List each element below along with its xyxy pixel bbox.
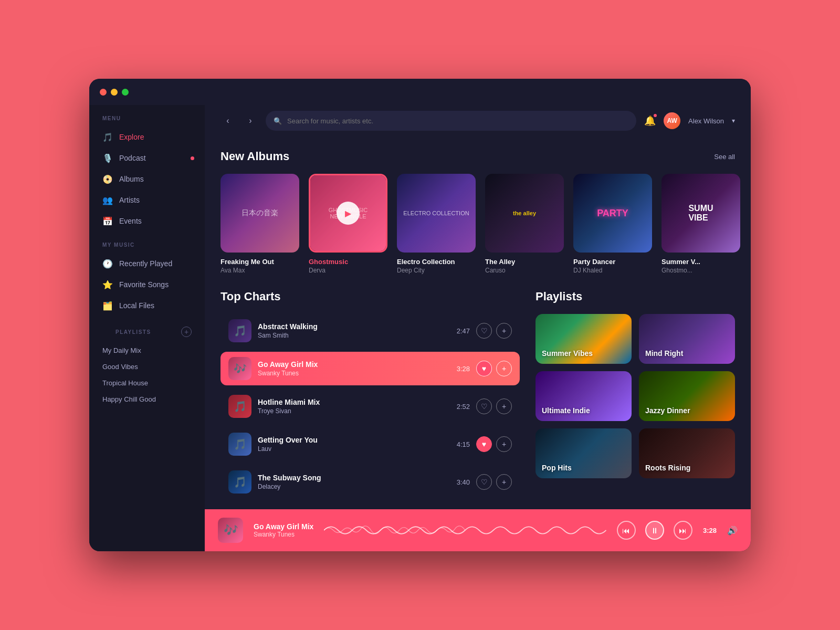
sidebar-label-events: Events (119, 217, 142, 225)
chart-info-hotline: Hotline Miami Mix Troye Sivan (258, 398, 450, 415)
playlist-label-ultimate-indie: Ultimate Indie (542, 406, 590, 415)
add-playlist-button[interactable]: + (181, 327, 192, 337)
album-name-alley: The Alley (485, 258, 564, 266)
player-song-title: Go Away Girl Mix (254, 522, 313, 531)
playlist-item-my-daily-mix[interactable]: My Daily Mix (89, 342, 205, 359)
like-button-subway[interactable]: ♡ (476, 474, 492, 490)
sidebar-item-favorite-songs[interactable]: ⭐ Favorite Songs (89, 274, 205, 295)
title-bar (89, 79, 751, 105)
previous-button[interactable]: ⏮ (617, 521, 636, 540)
playlist-card-pop-hits[interactable]: Pop Hits (536, 428, 632, 478)
chart-item-abstract-walking[interactable]: 🎵 Abstract Walking Sam Smith 2:47 ♡ + (220, 314, 520, 348)
playlist-card-roots-rising[interactable]: Roots Rising (639, 428, 735, 478)
chart-actions-getting: ♥ + (476, 436, 512, 452)
like-button-abstract[interactable]: ♡ (476, 323, 492, 339)
chart-item-getting-over-you[interactable]: 🎵 Getting Over You Lauv 4:15 ♥ + (220, 427, 520, 461)
album-artist-electro: Deep City (397, 267, 476, 274)
scroll-area: New Albums See all 日本の音楽 Freaking Me Out… (205, 136, 751, 509)
playlist-card-mind-right[interactable]: Mind Right (639, 314, 735, 364)
like-button-getting[interactable]: ♥ (476, 436, 492, 452)
playlist-card-summer-vibes[interactable]: Summer Vibes (536, 314, 632, 364)
sidebar-item-local-files[interactable]: 🗂️ Local Files (89, 295, 205, 316)
player-thumbnail: 🎶 (218, 518, 243, 543)
album-artist-summer: Ghostmo... (662, 267, 740, 274)
close-button[interactable] (100, 89, 107, 96)
album-card-summer[interactable]: SUMUVIBE Summer V... Ghostmo... (662, 174, 740, 274)
playlist-item-happy-chill-good[interactable]: Happy Chill Good (89, 391, 205, 407)
chart-thumb-abstract: 🎵 (228, 319, 251, 342)
maximize-button[interactable] (122, 89, 129, 96)
add-button-getting[interactable]: + (496, 436, 512, 452)
chart-info-abstract: Abstract Walking Sam Smith (258, 322, 450, 339)
sidebar-item-podcast[interactable]: 🎙️ Podcast (89, 148, 205, 169)
chart-name-abstract: Abstract Walking (258, 322, 450, 331)
playlist-label-roots-rising: Roots Rising (645, 464, 690, 472)
playlists-section: Playlists Summer Vibes Mind Right (536, 290, 735, 499)
chart-actions-abstract: ♡ + (476, 323, 512, 339)
album-art-alley: the alley (485, 174, 564, 253)
chart-artist-hotline: Troye Sivan (258, 407, 450, 415)
volume-icon[interactable]: 🔊 (727, 526, 738, 536)
sidebar-item-events[interactable]: 📅 Events (89, 211, 205, 232)
playlist-label-pop-hits: Pop Hits (542, 464, 572, 472)
search-bar: 🔍 (266, 111, 636, 131)
top-charts-header: Top Charts (220, 290, 520, 303)
play-button-ghost[interactable]: ▶ (337, 202, 360, 225)
player-bar: 🎶 Go Away Girl Mix Swanky Tunes ⏮ ⏸ ⏭ 3 (205, 509, 751, 551)
chart-duration-hotline: 2:52 (457, 403, 470, 411)
album-card-freaking-me-out[interactable]: 日本の音楽 Freaking Me Out Ava Max (220, 174, 299, 274)
like-button-goaway[interactable]: ♥ (476, 361, 492, 376)
playlists-header: Playlists (536, 290, 735, 303)
album-artist-alley: Caruso (485, 267, 564, 274)
chart-info-subway: The Subway Song Delacey (258, 474, 450, 490)
like-button-hotline[interactable]: ♡ (476, 398, 492, 414)
new-albums-see-all[interactable]: See all (714, 153, 735, 161)
player-controls: ⏮ ⏸ ⏭ (617, 521, 692, 540)
sidebar-item-artists[interactable]: 👥 Artists (89, 190, 205, 211)
playlist-card-jazzy-dinner[interactable]: Jazzy Dinner (639, 371, 735, 421)
sidebar-label-albums: Albums (119, 175, 144, 183)
search-input[interactable] (287, 117, 628, 125)
pause-button[interactable]: ⏸ (645, 521, 664, 540)
next-button[interactable]: ⏭ (674, 521, 692, 540)
playlist-item-tropical-house[interactable]: Tropical House (89, 375, 205, 391)
sidebar-label-explore: Explore (119, 133, 144, 141)
chart-actions-subway: ♡ + (476, 474, 512, 490)
playlist-item-good-vibes[interactable]: Good Vibes (89, 359, 205, 375)
chart-artist-goaway: Swanky Tunes (258, 370, 450, 377)
topbar: ‹ › 🔍 🔔 AW Alex Wilson ▾ (205, 105, 751, 136)
album-name-electro: Electro Collection (397, 258, 476, 266)
playlist-grid: Summer Vibes Mind Right Ultimate Indie (536, 314, 735, 478)
app-window: MENU 🎵 Explore 🎙️ Podcast 📀 Albums 👥 Art… (89, 79, 751, 551)
local-files-icon: 🗂️ (102, 300, 113, 311)
forward-button[interactable]: › (243, 113, 258, 128)
events-icon: 📅 (102, 216, 113, 226)
sidebar-item-recently-played[interactable]: 🕐 Recently Played (89, 253, 205, 274)
notifications-button[interactable]: 🔔 (644, 115, 656, 127)
user-name[interactable]: Alex Wilson (688, 117, 724, 125)
playlist-card-ultimate-indie[interactable]: Ultimate Indie (536, 371, 632, 421)
sidebar-label-local-files: Local Files (119, 301, 154, 310)
chart-item-hotline[interactable]: 🎵 Hotline Miami Mix Troye Sivan 2:52 ♡ + (220, 390, 520, 423)
sidebar-label-recently-played: Recently Played (119, 259, 172, 268)
new-albums-title: New Albums (220, 150, 289, 163)
add-button-hotline[interactable]: + (496, 398, 512, 414)
add-button-abstract[interactable]: + (496, 323, 512, 339)
playlists-section-header: PLAYLISTS + (89, 327, 205, 337)
album-card-party[interactable]: PARTY Party Dancer DJ Khaled (573, 174, 652, 274)
album-card-ghostmusic[interactable]: GHOSTMUSICNEW SINGLE ▶ Ghostmusic Derva (309, 174, 387, 274)
chart-item-go-away-girl-mix[interactable]: 🎶 Go Away Girl Mix Swanky Tunes 3:28 ♥ + (220, 352, 520, 385)
album-card-electro[interactable]: ELECTRO COLLECTION Electro Collection De… (397, 174, 476, 274)
sidebar-item-albums[interactable]: 📀 Albums (89, 169, 205, 190)
back-button[interactable]: ‹ (220, 113, 235, 128)
chart-name-subway: The Subway Song (258, 474, 450, 482)
minimize-button[interactable] (111, 89, 118, 96)
sidebar-item-explore[interactable]: 🎵 Explore (89, 127, 205, 148)
chart-artist-getting: Lauv (258, 445, 450, 453)
content-area: ‹ › 🔍 🔔 AW Alex Wilson ▾ (205, 105, 751, 551)
add-button-subway[interactable]: + (496, 474, 512, 490)
topbar-right: 🔔 AW Alex Wilson ▾ (644, 112, 735, 129)
add-button-goaway[interactable]: + (496, 361, 512, 376)
chart-item-subway-song[interactable]: 🎵 The Subway Song Delacey 3:40 ♡ + (220, 465, 520, 499)
album-card-alley[interactable]: the alley The Alley Caruso (485, 174, 564, 274)
